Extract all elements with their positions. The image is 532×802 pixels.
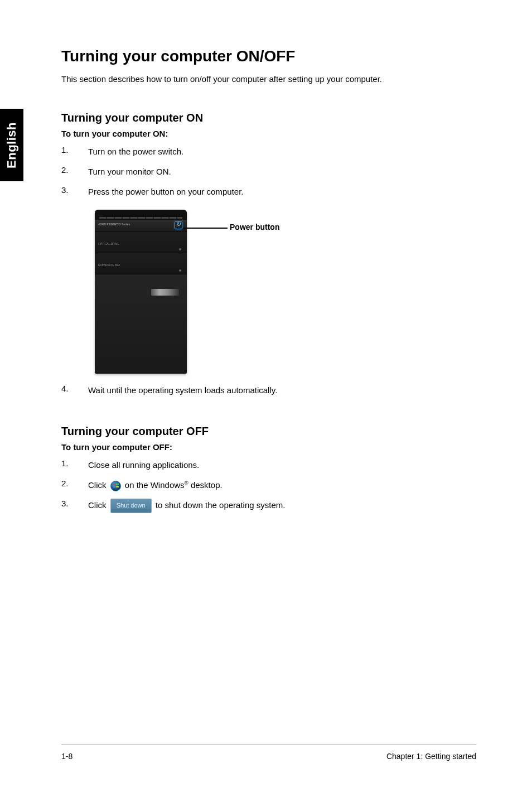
section-on-heading: Turning your computer ON (61, 112, 476, 124)
step-text-part: to shut down the operating system. (156, 500, 286, 510)
brand-text: ASUS ESSENTIO Series (98, 223, 130, 226)
page-content: Turning your computer ON/OFF This sectio… (0, 0, 532, 513)
step-text: Click Shut down to shut down the operati… (88, 499, 476, 513)
step-text: Wait until the operating system loads au… (88, 384, 476, 397)
on-step-2: 2. Turn your monitor ON. (61, 165, 476, 178)
chapter-title: Chapter 1: Getting started (386, 752, 476, 761)
expansion-bay: EXPANSION BAY (95, 253, 187, 274)
section-off-heading: Turning your computer OFF (61, 425, 476, 438)
on-step-3: 3. Press the power button on your comput… (61, 185, 476, 199)
drive-button-icon (179, 248, 181, 250)
off-steps-list: 1. Close all running applications. 2. Cl… (61, 458, 476, 513)
step-number: 3. (61, 185, 88, 199)
tower-lower (95, 281, 187, 374)
off-step-3: 3. Click Shut down to shut down the oper… (61, 499, 476, 513)
intro-text: This section describes how to turn on/of… (61, 74, 476, 84)
drive-label: OPTICAL DRIVE (98, 242, 119, 245)
page-title: Turning your computer ON/OFF (61, 47, 476, 65)
page-footer: 1-8 Chapter 1: Getting started (61, 752, 476, 761)
step-text: Turn on the power switch. (88, 145, 476, 158)
step-text: Click on the Windows® desktop. (88, 479, 476, 492)
front-ports-icon (151, 289, 179, 296)
shutdown-button-icon: Shut down (110, 499, 152, 513)
drive-button-icon (179, 269, 181, 272)
step-text: Turn your monitor ON. (88, 165, 476, 178)
desktop-tower-icon: ASUS ESSENTIO Series OPTICAL DRIVE EXPAN… (95, 210, 187, 374)
power-button-icon (175, 221, 182, 229)
step-number: 1. (61, 145, 88, 158)
on-steps-list-cont: 4. Wait until the operating system loads… (61, 384, 476, 397)
on-steps-list: 1. Turn on the power switch. 2. Turn you… (61, 145, 476, 199)
step-text-part: Click (88, 500, 109, 510)
step-text: Press the power button on your computer. (88, 185, 476, 199)
section-on-sub: To turn your computer ON: (61, 129, 476, 138)
step-text-part: desktop. (188, 480, 223, 490)
step-text-part: Click (88, 480, 107, 490)
power-button-label: Power button (230, 223, 279, 231)
step-number: 3. (61, 499, 88, 513)
step-number: 2. (61, 165, 88, 178)
brand-bar: ASUS ESSENTIO Series (95, 220, 187, 232)
on-step-4: 4. Wait until the operating system loads… (61, 384, 476, 397)
drive-label: EXPANSION BAY (98, 263, 120, 267)
off-step-2: 2. Click on the Windows® desktop. (61, 479, 476, 492)
step-number: 4. (61, 384, 88, 397)
step-text-part: on the Windows (125, 480, 185, 490)
registered-symbol: ® (185, 480, 188, 486)
tower-wrapper: ASUS ESSENTIO Series OPTICAL DRIVE EXPAN… (95, 210, 187, 374)
step-number: 1. (61, 458, 88, 472)
step-number: 2. (61, 479, 88, 492)
off-step-1: 1. Close all running applications. (61, 458, 476, 472)
tower-top (95, 210, 187, 220)
footer-divider (61, 745, 476, 745)
page-number: 1-8 (61, 752, 72, 761)
windows-start-icon (110, 481, 121, 491)
callout-line (183, 228, 228, 229)
step-text: Close all running applications. (88, 458, 476, 472)
on-step-1: 1. Turn on the power switch. (61, 145, 476, 158)
computer-diagram: ASUS ESSENTIO Series OPTICAL DRIVE EXPAN… (95, 210, 476, 374)
section-off-sub: To turn your computer OFF: (61, 442, 476, 452)
optical-drive: OPTICAL DRIVE (95, 232, 187, 253)
